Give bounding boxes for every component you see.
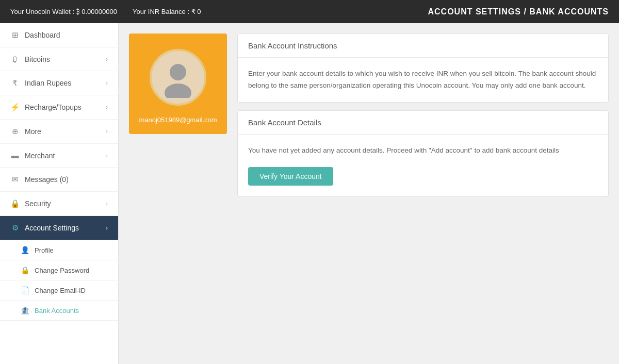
chevron-right-icon: › [106,104,108,111]
sidebar-label-recharge: Recharge/Topups [25,103,82,111]
sidebar-item-account-settings[interactable]: ⚙ Account Settings › [0,216,118,240]
merchant-icon: ▬ [10,151,20,160]
sidebar-item-more[interactable]: ⊕ More › [0,120,118,144]
no-account-text: You have not yet added any account detai… [248,145,598,157]
svg-point-1 [165,84,191,98]
sub-item-profile[interactable]: 👤 Profile [0,240,118,260]
sidebar-label-indian-rupees: Indian Rupees [25,79,71,87]
breadcrumb: ACCOUNT SETTINGS / BANK ACCOUNTS [428,7,609,16]
bitcoin-icon: ₿ [10,55,20,63]
bank-icon: 🏦 [21,306,29,315]
sidebar-label-dashboard: Dashboard [25,31,60,39]
chevron-right-icon: › [106,128,108,135]
sub-label-bank-accounts: Bank Accounts [35,307,79,315]
lock-icon: 🔒 [21,266,29,274]
sidebar-label-messages: Messages (0) [25,175,69,184]
sub-label-change-email: Change Email-ID [35,287,86,294]
sidebar: ⊞ Dashboard ₿ Bitcoins › ₹ Indian Rupees… [0,23,119,364]
email-icon: 📄 [21,286,29,294]
sidebar-label-account-settings: Account Settings [25,224,79,232]
sub-label-profile: Profile [35,246,54,254]
sub-item-change-email[interactable]: 📄 Change Email-ID [0,280,118,301]
svg-point-0 [170,64,186,80]
dashboard-icon: ⊞ [10,30,20,40]
more-icon: ⊕ [10,127,20,136]
chevron-right-icon: › [106,152,108,159]
content-area: manoj051989@gmail.com Bank Account Instr… [119,23,619,364]
avatar [150,49,206,106]
bank-details-title: Bank Account Details [238,111,608,135]
bank-instructions-panel: Bank Account Instructions Enter your ban… [237,34,609,103]
sidebar-item-recharge[interactable]: ⚡ Recharge/Topups › [0,95,118,120]
user-email: manoj051989@gmail.com [139,116,217,124]
sidebar-item-dashboard[interactable]: ⊞ Dashboard [0,23,118,47]
lightning-icon: ⚡ [10,103,20,112]
sidebar-item-indian-rupees[interactable]: ₹ Indian Rupees › [0,71,118,95]
sidebar-item-bitcoins[interactable]: ₿ Bitcoins › [0,47,118,71]
profile-card: manoj051989@gmail.com [129,34,227,134]
chevron-right-icon: › [106,56,108,63]
sidebar-item-merchant[interactable]: ▬ Merchant › [0,144,118,168]
security-icon: 🔒 [10,199,20,208]
sidebar-item-security[interactable]: 🔒 Security › [0,192,118,216]
sub-item-bank-accounts[interactable]: 🏦 Bank Accounts [0,301,118,321]
chevron-right-icon: › [106,79,108,87]
sub-item-change-password[interactable]: 🔒 Change Password [0,260,118,280]
inr-balance: Your INR Balance : ₹ 0 [133,8,201,15]
sidebar-label-security: Security [25,200,51,208]
chevron-right-icon: › [106,224,108,231]
right-panel: Bank Account Instructions Enter your ban… [237,34,609,354]
header-balance-info: Your Unocoin Wallet : ₿ 0.00000000 Your … [10,8,201,15]
verify-account-button[interactable]: Verify Your Account [248,167,333,186]
messages-icon: ✉ [10,175,20,184]
bank-instructions-body: Enter your bank account details to which… [248,68,598,92]
sidebar-label-bitcoins: Bitcoins [25,55,50,63]
rupee-icon: ₹ [10,78,20,88]
sidebar-label-more: More [25,127,41,136]
chevron-right-icon: › [106,200,108,207]
settings-icon: ⚙ [10,223,20,233]
header: Your Unocoin Wallet : ₿ 0.00000000 Your … [0,0,619,23]
sub-label-change-password: Change Password [35,267,89,274]
sidebar-label-merchant: Merchant [25,152,55,160]
bank-instructions-title: Bank Account Instructions [238,34,608,58]
wallet-balance: Your Unocoin Wallet : ₿ 0.00000000 [10,8,117,15]
bank-details-panel: Bank Account Details You have not yet ad… [237,110,609,196]
profile-icon: 👤 [21,246,29,254]
main-container: ⊞ Dashboard ₿ Bitcoins › ₹ Indian Rupees… [0,23,619,364]
sidebar-item-messages[interactable]: ✉ Messages (0) [0,168,118,192]
